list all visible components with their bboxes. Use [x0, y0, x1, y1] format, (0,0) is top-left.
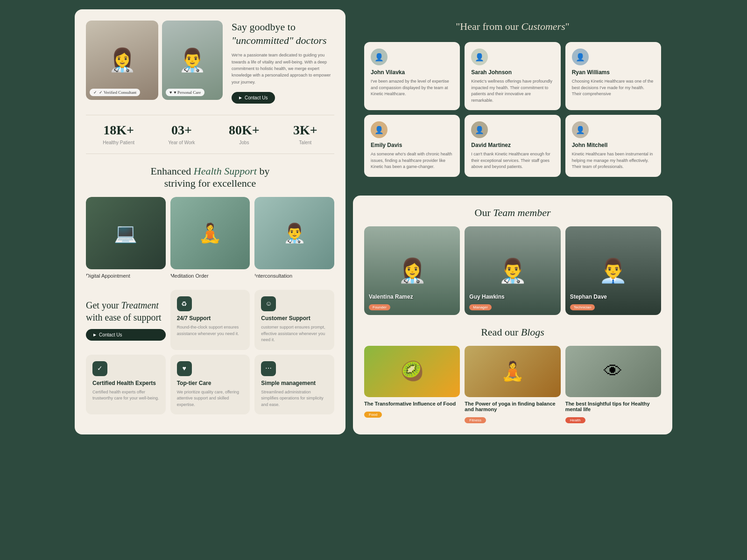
treatment-card-247: ♻ 24/7 Support Round-the-clock support e… [170, 290, 250, 350]
verified-label: ✓ ✓ Verified Consultant [90, 89, 140, 96]
team-card-guy: 👨‍⚕️ Guy Hawkins Manager [465, 226, 560, 315]
stat-number-jobs: 80K+ [229, 123, 260, 138]
hero-image-main: 👩‍⚕️ ✓ ✓ Verified Consultant [86, 21, 158, 100]
stephan-role: Technician [570, 304, 595, 310]
247-support-icon: ♻ [177, 296, 192, 311]
reviewer-text-ryan: Choosing Kinetic Healthcare was one of t… [572, 78, 655, 98]
review-card-david: 👤 David Martinez I can't thank Kinetic H… [465, 115, 560, 177]
blogs-grid: 🥝 The Transformative Influence of Food F… [364, 346, 661, 423]
reviewer-name-john: John Vilavka [371, 69, 453, 76]
review-card-john: 👤 John Vilavka I've been amazed by the l… [364, 42, 460, 110]
hero-contact-button[interactable]: Contact Us [232, 92, 275, 104]
certified-desc: Certified health experts offer trustwort… [92, 389, 159, 402]
stat-number-talent: 3K+ [293, 123, 317, 138]
treatment-intro: Get your Treatment with ease of support … [86, 290, 166, 350]
toptier-title: Top-tier Care [177, 380, 244, 386]
certified-title: Certified Health Experts [92, 380, 159, 386]
interconsultation-label: Interconsultation [254, 273, 334, 279]
guy-info: Guy Hawkins Manager [469, 294, 504, 310]
reviewer-avatar-john: 👤 [371, 49, 388, 65]
service-card-inter: 👨‍⚕️ Interconsultation [254, 197, 334, 279]
service-cards: 💻 Digital Appointment 🧘 Meditation Order… [86, 197, 334, 279]
meditation-order-label: Meditation Order [170, 273, 250, 279]
review-card-ryan: 👤 Ryan Williams Choosing Kinetic Healthc… [565, 42, 661, 110]
guy-role: Manager [469, 304, 492, 310]
left-panel: 👩‍⚕️ ✓ ✓ Verified Consultant 👨‍⚕️ ♥ ♥ Pe… [75, 9, 345, 434]
team-section: Our Team member 👩‍⚕️ Valentina Ramez Fou… [364, 207, 661, 315]
meditation-order-image: 🧘 [170, 197, 250, 269]
simple-mgmt-desc: Streamlined administration simplifies op… [261, 389, 328, 408]
hero-section: 👩‍⚕️ ✓ ✓ Verified Consultant 👨‍⚕️ ♥ ♥ Pe… [86, 21, 334, 104]
blog-tag-food: Food [364, 412, 382, 418]
guy-name: Guy Hawkins [469, 294, 504, 300]
reviewer-text-david: I can't thank Kinetic Healthcare enough … [471, 151, 554, 170]
blog-title-health: The best Insightful tips for Healthy men… [565, 401, 661, 412]
valentina-name: Valentina Ramez [369, 294, 413, 300]
team-grid: 👩‍⚕️ Valentina Ramez Founder 👨‍⚕️ Guy Ha… [364, 226, 661, 315]
stephan-info: Stephan Dave Technician [570, 294, 607, 310]
team-card-stephan: 👨‍💼 Stephan Dave Technician [565, 226, 661, 315]
team-blogs-panel: Our Team member 👩‍⚕️ Valentina Ramez Fou… [353, 196, 672, 434]
reviewer-name-david: David Martinez [471, 142, 554, 148]
stat-label-years: Year of Work [168, 140, 195, 145]
reviewer-text-mitchell: Kinetic Healthcare has been instrumental… [572, 151, 655, 170]
hero-description: We're a passionate team dedicated to gui… [232, 52, 334, 85]
treatment-card-customer: ☺ Customer Support customer support ensu… [254, 290, 334, 350]
valentina-role: Founder [369, 304, 390, 310]
stat-label-talent: Talent [299, 140, 312, 145]
blog-image-health: 👁 [565, 346, 661, 397]
stats-section: 18K+ Healthy Patient 03+ Year of Work 80… [86, 115, 334, 154]
digital-appointment-label: Digital Appointment [86, 273, 166, 279]
hero-text: Say goodbye to "uncommitted" doctors We'… [232, 21, 334, 104]
hero-images: 👩‍⚕️ ✓ ✓ Verified Consultant 👨‍⚕️ ♥ ♥ Pe… [86, 21, 226, 100]
reviewer-name-emily: Emily Davis [371, 142, 453, 148]
review-card-emily: 👤 Emily Davis As someone who's dealt wit… [364, 115, 460, 177]
reviewer-name-ryan: Ryan Williams [572, 69, 655, 76]
treatment-card-simple: ⋯ Simple management Streamlined administ… [254, 355, 334, 415]
blog-image-fitness: 🧘 [465, 346, 560, 397]
blog-title-fitness: The Power of yoga in finding balance and… [465, 401, 560, 412]
reviewer-name-mitchell: John Mitchell [572, 142, 655, 148]
stat-healthy-patient: 18K+ Healthy Patient [103, 123, 134, 146]
blog-tag-health: Health [565, 417, 585, 423]
simple-mgmt-title: Simple management [261, 380, 328, 386]
review-card-mitchell: 👤 John Mitchell Kinetic Healthcare has b… [565, 115, 661, 177]
blog-image-food: 🥝 [364, 346, 460, 397]
team-title: Our Team member [364, 207, 661, 219]
service-card-digital: 💻 Digital Appointment [86, 197, 166, 279]
blogs-title: Read our Blogs [364, 326, 661, 338]
reviews-grid: 👤 John Vilavka I've been amazed by the l… [364, 42, 661, 177]
blog-title-food: The Transformative Influence of Food [364, 401, 460, 406]
stat-label-patients: Healthy Patient [103, 140, 134, 145]
treatment-card-toptier: ♥ Top-tier Care We prioritize quality ca… [170, 355, 250, 415]
stat-jobs: 80K+ Jobs [229, 123, 260, 146]
enhanced-title: Enhanced Health Support by striving for … [86, 165, 334, 189]
247-support-title: 24/7 Support [177, 315, 244, 322]
hero-image-secondary: 👨‍⚕️ ♥ ♥ Personal Care [162, 21, 223, 100]
review-card-sarah: 👤 Sarah Johnson Kinetic's wellness offer… [465, 42, 560, 110]
toptier-icon: ♥ [177, 361, 192, 376]
blogs-section: Read our Blogs 🥝 The Transformative Infl… [364, 326, 661, 423]
personal-care-label: ♥ ♥ Personal Care [166, 89, 204, 96]
stat-year-work: 03+ Year of Work [168, 123, 195, 146]
team-card-valentina: 👩‍⚕️ Valentina Ramez Founder [364, 226, 460, 315]
enhanced-section: Enhanced Health Support by striving for … [86, 165, 334, 279]
certified-icon: ✓ [92, 361, 107, 376]
treatment-card-certified: ✓ Certified Health Experts Certified hea… [86, 355, 166, 415]
reviewer-avatar-ryan: 👤 [572, 49, 589, 65]
stat-talent: 3K+ Talent [293, 123, 317, 146]
treatment-section: Get your Treatment with ease of support … [86, 290, 334, 414]
hero-title-italic: "uncommitted" doctors [232, 35, 327, 46]
customer-support-icon: ☺ [261, 296, 276, 311]
reviews-panel: "Hear from our Customers" 👤 John Vilavka… [353, 9, 672, 188]
customer-support-desc: customer support ensures prompt, effecti… [261, 324, 328, 343]
treatment-contact-button[interactable]: Contact Us [86, 329, 166, 341]
stat-number-years: 03+ [168, 123, 195, 138]
reviewer-avatar-sarah: 👤 [471, 49, 488, 65]
reviewer-text-sarah: Kinetic's wellness offerings have profou… [471, 78, 554, 104]
reviewer-text-john: I've been amazed by the level of experti… [371, 78, 453, 98]
stephan-name: Stephan Dave [570, 294, 607, 300]
247-support-desc: Round-the-clock support ensures assistan… [177, 324, 244, 337]
reviewer-avatar-emily: 👤 [371, 121, 388, 138]
reviewer-avatar-mitchell: 👤 [572, 121, 589, 138]
